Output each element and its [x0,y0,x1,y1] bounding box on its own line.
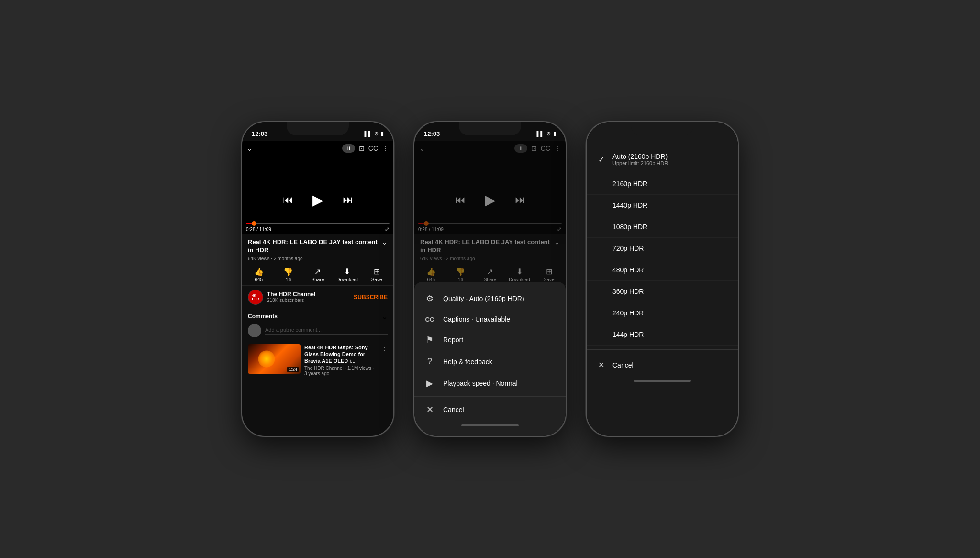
quality-menu: ✓ Auto (2160p HDR) Upper limit: 2160p HD… [587,122,738,436]
player-bottom: 0:28 / 11:09 ⤢ [242,221,393,234]
pause-btn[interactable]: ⏸ [342,144,355,153]
phone-3: 12:03 ▌▌ ⊜ ▮ ⌄ ⏸ ⊡ CC ⋮ ⏮ ▶ ⏭ [586,121,739,437]
cancel-icon: ✕ [424,404,435,415]
related-item-1[interactable]: 1:24 Real 4K HDR 60fps: Sony Glass Blowi… [242,340,393,380]
menu-captions[interactable]: CC Captions · Unavailable [414,310,566,329]
menu-playback[interactable]: ▶ Playback speed · Normal [414,372,566,394]
home-indicator-2 [461,424,519,426]
dislike-btn[interactable]: 👎 16 [276,267,300,282]
video-meta: 64K views · 2 months ago [248,256,388,261]
phone-2: 12:03 ▌▌ ⊜ ▮ ⌄ ⏸ ⊡ CC ⋮ ⏮ ▶ ⏭ [413,121,567,437]
video-info-2: Real 4K HDR: LE LABO DE JAY test content… [414,234,566,264]
quality-option-2160[interactable]: 2160p HDR [587,173,738,195]
expand-icon[interactable]: ⌄ [382,238,388,246]
quality-label: Quality · Auto (2160p HDR) [443,295,524,302]
channel-subs-1: 218K subscribers [267,298,354,303]
progress-bar[interactable] [246,223,390,224]
video-info-1: Real 4K HDR: LE LABO DE JAY test content… [242,234,393,264]
player-top-bar-1: ⌄ ⏸ ⊡ CC ⋮ [242,141,393,156]
more-icon[interactable]: ⋮ [382,145,389,152]
phone-1: 12:03 ▌▌ ⊜ ▮ ⌄ ⏸ ⊡ CC ⋮ ⏮ [241,121,394,437]
quality-label-1440: 1440p HDR [612,201,647,209]
prev-btn-2: ⏮ [455,194,466,206]
collapse-icon[interactable]: ⌄ [247,145,253,152]
report-icon: ⚑ [424,335,435,345]
help-label: Help & feedback [443,358,492,366]
quality-option-240[interactable]: 240p HDR [587,302,738,324]
video-player-1[interactable]: ⌄ ⏸ ⊡ CC ⋮ ⏮ ▶ ⏭ [242,141,393,234]
play-btn[interactable]: ▶ [312,191,323,208]
quality-option-1440[interactable]: 1440p HDR [587,195,738,216]
comments-expand-icon[interactable]: ⌄ [381,312,388,321]
subscribe-btn-1[interactable]: SUBSCRIBE [354,294,388,301]
quality-label-2160: 2160p HDR [612,180,647,188]
quality-option-360[interactable]: 360p HDR [587,281,738,302]
cast-icon[interactable]: ⊡ [359,145,365,152]
pause-icon: ⏸ [346,145,351,151]
quality-label-1080: 1080p HDR [612,223,647,231]
progress-fill [246,223,252,224]
download-label: Download [336,277,357,282]
comment-input[interactable]: Add a public comment... [265,327,388,335]
like-count: 645 [255,277,263,282]
prev-btn[interactable]: ⏮ [283,194,293,206]
player-bottom-2: 0:28 / 11:09 ⤢ [414,221,566,234]
cc-icon[interactable]: CC [368,145,378,152]
status-icons-1: ▌▌ ⊜ ▮ [364,131,384,137]
playback-icon: ▶ [424,378,435,389]
quality-checkmark: ✓ [596,155,606,164]
home-indicator-3 [634,380,691,382]
quality-label-720: 720p HDR [612,245,644,252]
thumbnail-1: 1:24 [248,344,301,374]
like-icon: 👍 [254,267,264,276]
download-btn-2: ⬇ Download [508,267,532,282]
progress-bar-2 [418,223,562,224]
status-time-1: 12:03 [252,130,267,137]
dislike-count: 16 [286,277,291,282]
quality-cancel[interactable]: ✕ Cancel [587,354,738,376]
channel-name-1[interactable]: The HDR Channel [267,291,354,298]
battery-icon-2: ▮ [553,131,556,137]
quality-option-720[interactable]: 720p HDR [587,238,738,259]
menu-divider [414,396,566,397]
collapse-icon-2: ⌄ [419,145,425,152]
status-icons-2: ▌▌ ⊜ ▮ [536,131,556,137]
download-btn-1[interactable]: ⬇ Download [335,267,359,282]
quality-label-auto: Auto (2160p HDR) [612,153,668,160]
menu-help[interactable]: ? Help & feedback [414,351,566,372]
quality-label-240: 240p HDR [612,309,644,317]
quality-option-auto[interactable]: ✓ Auto (2160p HDR) Upper limit: 2160p HD… [587,146,738,173]
menu-quality[interactable]: ⚙ Quality · Auto (2160p HDR) [414,288,566,310]
save-btn[interactable]: ⊞ Save [365,267,389,282]
comments-section-1: Comments ⌄ Add a public comment... [242,309,393,340]
quality-option-144[interactable]: 144p HDR [587,324,738,346]
context-menu: ⚙ Quality · Auto (2160p HDR) CC Captions… [414,282,566,436]
share-btn[interactable]: ↗ Share [306,267,330,282]
help-icon: ? [424,357,435,367]
quality-icon: ⚙ [424,293,435,304]
wifi-icon-2: ⊜ [546,131,551,137]
quality-option-480[interactable]: 480p HDR [587,259,738,281]
channel-avatar-1[interactable]: 4KHDR [248,290,263,305]
next-btn-2: ⏭ [515,194,525,206]
status-bar-2: 12:03 ▌▌ ⊜ ▮ [414,122,566,141]
quality-label-480: 480p HDR [612,266,644,274]
player-top-bar-2: ⌄ ⏸ ⊡ CC ⋮ [414,141,566,156]
download-icon-2: ⬇ [516,267,523,276]
quality-option-1080[interactable]: 1080p HDR [587,216,738,238]
download-icon: ⬇ [344,267,350,276]
quality-divider [587,349,738,350]
player-top-icons: ⏸ ⊡ CC ⋮ [342,144,389,153]
status-time-2: 12:03 [424,130,440,137]
like-btn[interactable]: 👍 645 [247,267,271,282]
menu-cancel[interactable]: ✕ Cancel [414,399,566,421]
channel-row-1: 4KHDR The HDR Channel 218K subscribers S… [242,286,393,309]
comments-title: Comments [248,313,278,320]
quality-cancel-icon: ✕ [596,360,606,369]
fullscreen-btn[interactable]: ⤢ [385,226,390,233]
dislike-icon: 👎 [283,267,293,276]
related-more-icon[interactable]: ⋮ [381,344,388,376]
menu-report[interactable]: ⚑ Report [414,329,566,351]
pause-btn-2: ⏸ [514,144,527,153]
next-btn[interactable]: ⏭ [343,194,353,206]
